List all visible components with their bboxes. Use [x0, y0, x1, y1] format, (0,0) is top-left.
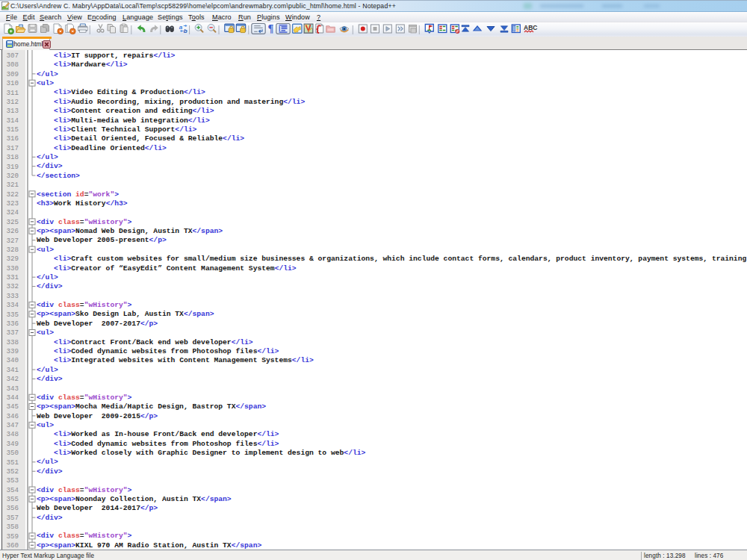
svg-text:¶: ¶	[268, 23, 274, 34]
svg-text:b: b	[184, 28, 187, 34]
svg-text:a: a	[179, 24, 183, 31]
